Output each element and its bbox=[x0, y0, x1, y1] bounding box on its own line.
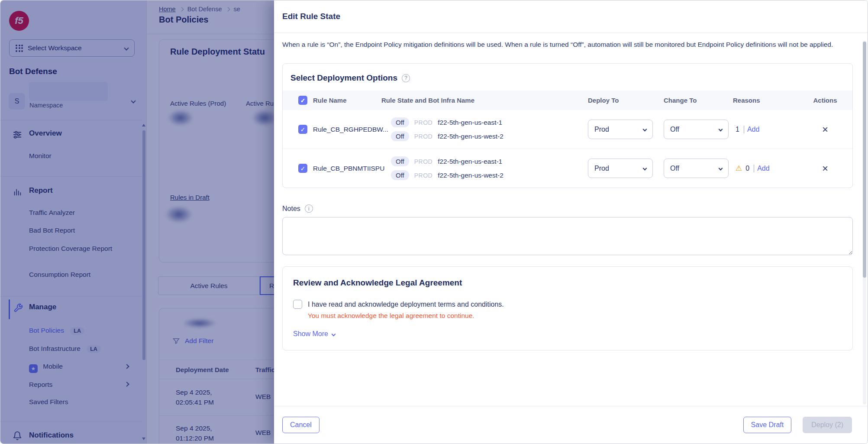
notes-label: Notes bbox=[282, 205, 300, 213]
drawer-header: Edit Rule State bbox=[274, 0, 868, 33]
chevron-down-icon bbox=[643, 127, 647, 132]
infra-line: Off PROD f22-5th-gen-us-west-2 bbox=[391, 131, 588, 141]
modal-backdrop[interactable] bbox=[0, 0, 274, 444]
deploy-button[interactable]: Deploy (2) bbox=[803, 417, 852, 433]
row-checkbox[interactable]: ✓ bbox=[298, 125, 307, 134]
infra-name: f22-5th-gen-us-east-1 bbox=[438, 158, 502, 165]
remove-row-icon[interactable]: × bbox=[822, 125, 828, 134]
divider bbox=[754, 165, 754, 172]
rule-state-badge: Off bbox=[391, 131, 409, 141]
remove-row-icon[interactable]: × bbox=[822, 164, 828, 173]
app-window: f5 Select Workspace Bot Defense S Namesp… bbox=[0, 0, 868, 444]
rule-row: ✓ Rule_CB_RGHPEDBW... Off PROD f22-5th-g… bbox=[283, 110, 852, 149]
env-label: PROD bbox=[414, 158, 432, 165]
legal-checkbox[interactable] bbox=[293, 300, 302, 309]
help-icon[interactable]: ? bbox=[402, 74, 410, 82]
save-draft-button[interactable]: Save Draft bbox=[743, 417, 792, 433]
env-label: PROD bbox=[414, 119, 432, 126]
row-checkbox[interactable]: ✓ bbox=[298, 164, 307, 173]
show-more-link[interactable]: Show More bbox=[293, 330, 842, 338]
chevron-down-icon bbox=[719, 127, 723, 132]
warning-icon: ⚠ bbox=[736, 164, 742, 173]
options-table-header: ✓ Rule Name Rule State and Bot Infra Nam… bbox=[283, 91, 852, 110]
drawer-title: Edit Rule State bbox=[282, 12, 340, 21]
infra-name: f22-5th-gen-us-west-2 bbox=[438, 172, 503, 179]
env-label: PROD bbox=[414, 172, 432, 179]
cancel-button[interactable]: Cancel bbox=[282, 417, 319, 433]
deployment-options-title: Select Deployment Options ? bbox=[283, 64, 852, 91]
info-icon: i bbox=[305, 204, 313, 213]
drawer-body: When a rule is “On”, the Endpoint Policy… bbox=[274, 33, 868, 405]
add-reason-link[interactable]: Add bbox=[757, 165, 769, 172]
rule-state-badge: Off bbox=[391, 117, 409, 127]
drawer-footer: Cancel Save Draft Deploy (2) bbox=[274, 406, 868, 444]
infra-list: Off PROD f22-5th-gen-us-east-1 Off PROD … bbox=[381, 117, 588, 141]
infra-line: Off PROD f22-5th-gen-us-east-1 bbox=[391, 156, 588, 166]
legal-title: Review and Acknowledge Legal Agreement bbox=[293, 278, 842, 288]
legal-agreement-card: Review and Acknowledge Legal Agreement I… bbox=[282, 266, 853, 350]
reasons-count: 0 bbox=[745, 165, 749, 172]
select-all-checkbox[interactable]: ✓ bbox=[298, 96, 307, 105]
notes-input[interactable] bbox=[282, 217, 853, 255]
chevron-down-icon bbox=[643, 166, 647, 171]
column-rule-state: Rule State and Bot Infra Name bbox=[381, 97, 588, 104]
rule-name: Rule_CB_PBNMTIISPU bbox=[313, 165, 381, 172]
infra-line: Off PROD f22-5th-gen-us-east-1 bbox=[391, 117, 588, 127]
infra-list: Off PROD f22-5th-gen-us-east-1 Off PROD … bbox=[381, 156, 588, 180]
legal-checkbox-row: I have read and acknowledge deployment t… bbox=[293, 300, 842, 309]
edit-rule-state-drawer: Edit Rule State When a rule is “On”, the… bbox=[274, 0, 868, 444]
add-reason-link[interactable]: Add bbox=[747, 126, 759, 133]
column-rule-name: Rule Name bbox=[313, 97, 381, 104]
change-to-select[interactable]: Off bbox=[664, 120, 729, 139]
chevron-down-icon bbox=[719, 166, 723, 171]
legal-error-message: You must acknowledge the legal agreement… bbox=[308, 312, 842, 320]
rule-state-badge: Off bbox=[391, 170, 409, 180]
column-actions: Actions bbox=[798, 97, 852, 104]
infra-line: Off PROD f22-5th-gen-us-west-2 bbox=[391, 170, 588, 180]
legal-checkbox-label: I have read and acknowledge deployment t… bbox=[308, 301, 504, 308]
reasons-cell: ⚠ 0 Add bbox=[733, 164, 798, 173]
reasons-cell: 1 Add bbox=[733, 126, 798, 133]
rule-row: ✓ Rule_CB_PBNMTIISPU Off PROD f22-5th-ge… bbox=[283, 149, 852, 188]
notes-label-row: Notes i bbox=[282, 204, 853, 213]
chevron-down-icon bbox=[331, 332, 336, 336]
env-label: PROD bbox=[414, 133, 432, 140]
rule-name: Rule_CB_RGHPEDBW... bbox=[313, 126, 381, 133]
divider bbox=[744, 126, 744, 133]
column-reasons: Reasons bbox=[733, 97, 798, 104]
deploy-to-select[interactable]: Prod bbox=[588, 120, 653, 139]
deploy-to-select[interactable]: Prod bbox=[588, 159, 653, 178]
infra-name: f22-5th-gen-us-west-2 bbox=[438, 133, 503, 140]
column-deploy-to: Deploy To bbox=[588, 97, 664, 104]
column-change-to: Change To bbox=[664, 97, 733, 104]
infra-name: f22-5th-gen-us-east-1 bbox=[438, 119, 502, 126]
drawer-scrollbar-thumb[interactable] bbox=[863, 42, 866, 278]
change-to-select[interactable]: Off bbox=[664, 159, 729, 178]
deployment-options-card: Select Deployment Options ? ✓ Rule Name … bbox=[282, 63, 853, 188]
rule-state-badge: Off bbox=[391, 156, 409, 166]
drawer-description: When a rule is “On”, the Endpoint Policy… bbox=[282, 39, 853, 50]
reasons-count: 1 bbox=[736, 126, 739, 133]
